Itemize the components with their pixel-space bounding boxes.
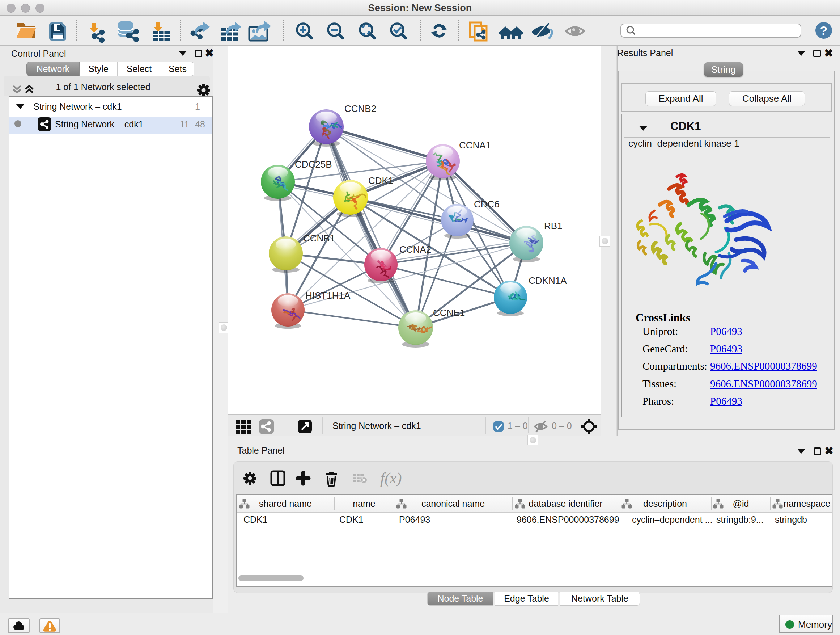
svg-text:CDC25B: CDC25B	[295, 159, 332, 170]
svg-text:CCNA2: CCNA2	[399, 244, 431, 255]
svg-text:HIST1H1A: HIST1H1A	[305, 290, 351, 301]
svg-text:CDC6: CDC6	[474, 199, 500, 210]
svg-text:CCNE1: CCNE1	[433, 307, 465, 318]
svg-text:RB1: RB1	[544, 220, 562, 231]
svg-text:CCNB2: CCNB2	[344, 103, 376, 114]
svg-text:CDK1: CDK1	[368, 175, 393, 186]
svg-text:CCNA1: CCNA1	[459, 140, 491, 150]
svg-text:CCNB1: CCNB1	[303, 233, 335, 244]
svg-text:CDKN1A: CDKN1A	[529, 275, 567, 286]
svg-text:f(x): f(x)	[380, 470, 402, 487]
